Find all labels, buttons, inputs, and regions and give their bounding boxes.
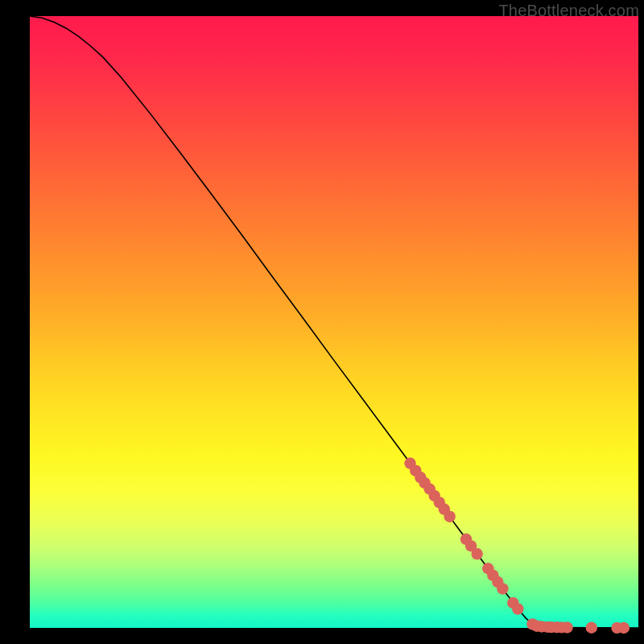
- marker-point: [618, 622, 630, 634]
- marker-point: [586, 622, 597, 634]
- marker-point: [561, 621, 572, 633]
- marker-point: [497, 583, 508, 594]
- chart-frame: TheBottleneck.com: [0, 0, 644, 644]
- marker-point: [471, 548, 482, 559]
- marker-point: [444, 510, 455, 522]
- curve-layer: [30, 16, 638, 628]
- watermark-text: TheBottleneck.com: [498, 2, 639, 20]
- bottleneck-curve: [30, 16, 638, 628]
- plot-area: [30, 16, 638, 628]
- marker-point: [512, 603, 523, 614]
- highlight-markers: [404, 457, 630, 634]
